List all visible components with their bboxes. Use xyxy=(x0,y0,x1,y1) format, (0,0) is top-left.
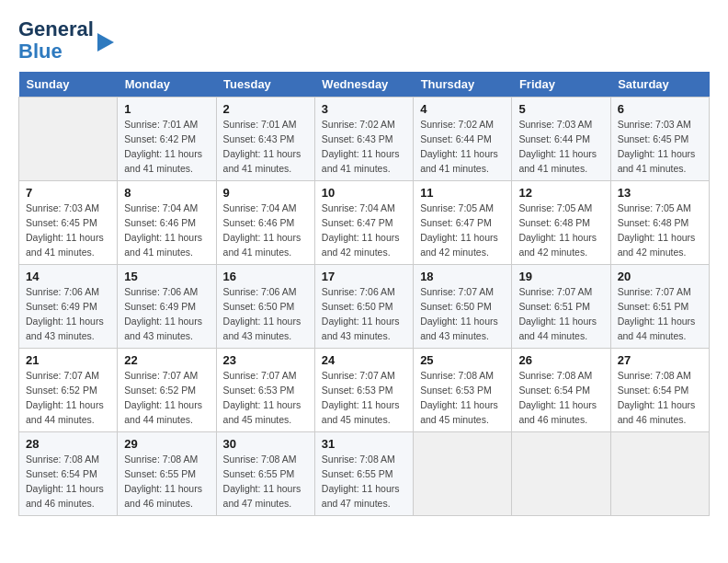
calendar-cell: 12Sunrise: 7:05 AMSunset: 6:48 PMDayligh… xyxy=(512,181,610,265)
header-friday: Friday xyxy=(512,72,610,98)
day-number: 24 xyxy=(322,353,406,367)
calendar-cell: 31Sunrise: 7:08 AMSunset: 6:55 PMDayligh… xyxy=(314,432,413,516)
calendar-week-row: 28Sunrise: 7:08 AMSunset: 6:54 PMDayligh… xyxy=(19,432,710,516)
header-tuesday: Tuesday xyxy=(216,72,314,98)
calendar-cell: 4Sunrise: 7:02 AMSunset: 6:44 PMDaylight… xyxy=(414,98,512,181)
day-info: Sunrise: 7:07 AMSunset: 6:53 PMDaylight:… xyxy=(223,369,308,427)
calendar-cell: 3Sunrise: 7:02 AMSunset: 6:43 PMDaylight… xyxy=(314,98,413,181)
day-number: 5 xyxy=(518,102,603,116)
calendar-cell: 24Sunrise: 7:07 AMSunset: 6:53 PMDayligh… xyxy=(314,349,413,432)
calendar-cell: 10Sunrise: 7:04 AMSunset: 6:47 PMDayligh… xyxy=(314,181,413,265)
calendar-cell: 25Sunrise: 7:08 AMSunset: 6:53 PMDayligh… xyxy=(414,349,512,432)
calendar-week-row: 1Sunrise: 7:01 AMSunset: 6:42 PMDaylight… xyxy=(19,98,710,181)
day-number: 4 xyxy=(420,102,505,116)
day-info: Sunrise: 7:08 AMSunset: 6:54 PMDaylight:… xyxy=(26,453,110,511)
calendar-cell: 8Sunrise: 7:04 AMSunset: 6:46 PMDaylight… xyxy=(118,181,216,265)
calendar-cell: 1Sunrise: 7:01 AMSunset: 6:42 PMDaylight… xyxy=(118,98,216,181)
day-number: 28 xyxy=(26,437,110,451)
day-number: 14 xyxy=(26,270,110,283)
calendar-cell: 17Sunrise: 7:06 AMSunset: 6:50 PMDayligh… xyxy=(314,265,413,349)
day-number: 8 xyxy=(124,186,209,200)
header-monday: Monday xyxy=(118,72,216,98)
calendar-cell: 6Sunrise: 7:03 AMSunset: 6:45 PMDaylight… xyxy=(610,98,709,181)
day-number: 20 xyxy=(618,270,702,283)
day-number: 10 xyxy=(322,186,406,200)
calendar-header-row: SundayMondayTuesdayWednesdayThursdayFrid… xyxy=(19,72,710,98)
day-number: 23 xyxy=(223,353,308,367)
calendar-cell: 16Sunrise: 7:06 AMSunset: 6:50 PMDayligh… xyxy=(216,265,314,349)
calendar-cell: 13Sunrise: 7:05 AMSunset: 6:48 PMDayligh… xyxy=(610,181,709,265)
day-number: 12 xyxy=(518,186,603,200)
day-info: Sunrise: 7:01 AMSunset: 6:43 PMDaylight:… xyxy=(223,118,308,176)
day-info: Sunrise: 7:04 AMSunset: 6:47 PMDaylight:… xyxy=(322,201,406,259)
day-info: Sunrise: 7:03 AMSunset: 6:45 PMDaylight:… xyxy=(618,118,702,176)
day-info: Sunrise: 7:07 AMSunset: 6:51 PMDaylight:… xyxy=(518,285,603,343)
day-info: Sunrise: 7:07 AMSunset: 6:51 PMDaylight:… xyxy=(618,285,702,343)
calendar-cell: 15Sunrise: 7:06 AMSunset: 6:49 PMDayligh… xyxy=(118,265,216,349)
header-sunday: Sunday xyxy=(19,72,118,98)
calendar-cell: 20Sunrise: 7:07 AMSunset: 6:51 PMDayligh… xyxy=(610,265,709,349)
calendar-cell xyxy=(414,432,512,516)
calendar-cell: 18Sunrise: 7:07 AMSunset: 6:50 PMDayligh… xyxy=(414,265,512,349)
day-info: Sunrise: 7:07 AMSunset: 6:53 PMDaylight:… xyxy=(322,369,406,427)
day-info: Sunrise: 7:05 AMSunset: 6:48 PMDaylight:… xyxy=(518,201,603,259)
day-info: Sunrise: 7:03 AMSunset: 6:44 PMDaylight:… xyxy=(518,118,603,176)
day-info: Sunrise: 7:06 AMSunset: 6:50 PMDaylight:… xyxy=(223,285,308,343)
day-info: Sunrise: 7:01 AMSunset: 6:42 PMDaylight:… xyxy=(124,118,209,176)
day-number: 31 xyxy=(322,437,406,451)
day-number: 1 xyxy=(124,102,209,116)
day-number: 9 xyxy=(223,186,308,200)
day-info: Sunrise: 7:08 AMSunset: 6:54 PMDaylight:… xyxy=(518,369,603,427)
day-number: 3 xyxy=(322,102,406,116)
calendar-cell xyxy=(19,98,118,181)
calendar-cell: 21Sunrise: 7:07 AMSunset: 6:52 PMDayligh… xyxy=(19,349,118,432)
calendar-cell: 27Sunrise: 7:08 AMSunset: 6:54 PMDayligh… xyxy=(610,349,709,432)
day-number: 30 xyxy=(223,437,308,451)
logo-arrow-icon xyxy=(97,33,114,52)
day-number: 27 xyxy=(618,353,702,367)
day-info: Sunrise: 7:02 AMSunset: 6:44 PMDaylight:… xyxy=(420,118,505,176)
day-info: Sunrise: 7:07 AMSunset: 6:50 PMDaylight:… xyxy=(420,285,505,343)
day-number: 11 xyxy=(420,186,505,200)
calendar-cell: 19Sunrise: 7:07 AMSunset: 6:51 PMDayligh… xyxy=(512,265,610,349)
day-info: Sunrise: 7:04 AMSunset: 6:46 PMDaylight:… xyxy=(223,201,308,259)
day-info: Sunrise: 7:08 AMSunset: 6:55 PMDaylight:… xyxy=(223,453,308,511)
calendar-cell: 23Sunrise: 7:07 AMSunset: 6:53 PMDayligh… xyxy=(216,349,314,432)
day-number: 18 xyxy=(420,270,505,283)
calendar-cell: 22Sunrise: 7:07 AMSunset: 6:52 PMDayligh… xyxy=(118,349,216,432)
day-info: Sunrise: 7:03 AMSunset: 6:45 PMDaylight:… xyxy=(26,201,110,259)
calendar-week-row: 21Sunrise: 7:07 AMSunset: 6:52 PMDayligh… xyxy=(19,349,710,432)
day-number: 13 xyxy=(618,186,702,200)
day-info: Sunrise: 7:05 AMSunset: 6:48 PMDaylight:… xyxy=(618,201,702,259)
calendar-table: SundayMondayTuesdayWednesdayThursdayFrid… xyxy=(18,72,710,516)
day-info: Sunrise: 7:04 AMSunset: 6:46 PMDaylight:… xyxy=(124,201,209,259)
day-info: Sunrise: 7:08 AMSunset: 6:55 PMDaylight:… xyxy=(322,453,406,511)
calendar-cell: 29Sunrise: 7:08 AMSunset: 6:55 PMDayligh… xyxy=(118,432,216,516)
calendar-cell: 30Sunrise: 7:08 AMSunset: 6:55 PMDayligh… xyxy=(216,432,314,516)
calendar-cell xyxy=(610,432,709,516)
day-info: Sunrise: 7:02 AMSunset: 6:43 PMDaylight:… xyxy=(322,118,406,176)
day-number: 26 xyxy=(518,353,603,367)
day-number: 21 xyxy=(26,353,110,367)
day-number: 6 xyxy=(618,102,702,116)
calendar-week-row: 14Sunrise: 7:06 AMSunset: 6:49 PMDayligh… xyxy=(19,265,710,349)
calendar-cell: 28Sunrise: 7:08 AMSunset: 6:54 PMDayligh… xyxy=(19,432,118,516)
day-info: Sunrise: 7:08 AMSunset: 6:55 PMDaylight:… xyxy=(124,453,209,511)
logo: GeneralBlue xyxy=(18,18,114,63)
calendar-cell: 9Sunrise: 7:04 AMSunset: 6:46 PMDaylight… xyxy=(216,181,314,265)
day-number: 16 xyxy=(223,270,308,283)
header-saturday: Saturday xyxy=(610,72,709,98)
day-info: Sunrise: 7:08 AMSunset: 6:53 PMDaylight:… xyxy=(420,369,505,427)
calendar-cell: 2Sunrise: 7:01 AMSunset: 6:43 PMDaylight… xyxy=(216,98,314,181)
day-number: 29 xyxy=(124,437,209,451)
day-number: 19 xyxy=(518,270,603,283)
page-header: GeneralBlue xyxy=(18,18,710,63)
day-info: Sunrise: 7:08 AMSunset: 6:54 PMDaylight:… xyxy=(618,369,702,427)
day-info: Sunrise: 7:06 AMSunset: 6:49 PMDaylight:… xyxy=(124,285,209,343)
day-number: 2 xyxy=(223,102,308,116)
day-info: Sunrise: 7:06 AMSunset: 6:50 PMDaylight:… xyxy=(322,285,406,343)
day-info: Sunrise: 7:07 AMSunset: 6:52 PMDaylight:… xyxy=(124,369,209,427)
calendar-week-row: 7Sunrise: 7:03 AMSunset: 6:45 PMDaylight… xyxy=(19,181,710,265)
calendar-cell: 14Sunrise: 7:06 AMSunset: 6:49 PMDayligh… xyxy=(19,265,118,349)
day-info: Sunrise: 7:05 AMSunset: 6:47 PMDaylight:… xyxy=(420,201,505,259)
